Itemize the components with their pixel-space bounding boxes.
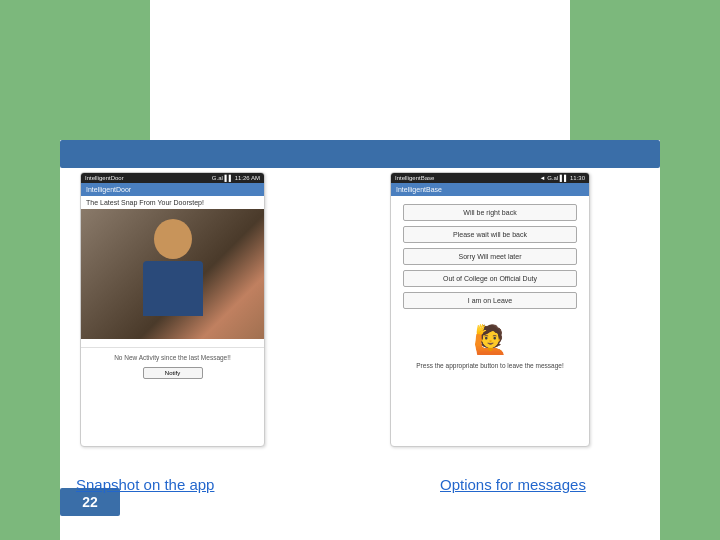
top-left-green (60, 0, 150, 140)
right-app-bar: IntelligentBase (391, 183, 589, 196)
left-app-bar: IntelligentDoor (81, 183, 264, 196)
person-body (143, 261, 203, 316)
press-text: Press the appropriate button to leave th… (391, 360, 589, 371)
snapshot-label: Snapshot on the app (76, 476, 214, 493)
top-right-green (570, 0, 660, 140)
msg-btn-3[interactable]: Sorry Will meet later (403, 248, 577, 265)
message-buttons-container: Will be right back Please wait will be b… (391, 196, 589, 317)
right-app-title: IntelligentBase (396, 186, 442, 193)
person-head (154, 219, 192, 259)
emoji-figure: 🙋 (473, 323, 508, 356)
msg-btn-4[interactable]: Out of College on Official Duty (403, 270, 577, 287)
emoji-area: 🙋 (391, 319, 589, 360)
left-photo-area (81, 209, 264, 339)
msg-btn-5[interactable]: I am on Leave (403, 292, 577, 309)
left-app-name-status: IntelligentDoor (85, 175, 124, 181)
top-white-center (150, 0, 570, 140)
header-bar (60, 140, 660, 168)
right-phone-screenshot: IntelligentBase ◄ G.al ▌▌ 11:30 Intellig… (390, 172, 590, 447)
no-activity-text: No New Activity since the last Message!! (81, 347, 264, 364)
person-silhouette (133, 214, 213, 334)
msg-btn-2[interactable]: Please wait will be back (403, 226, 577, 243)
left-phone-screenshot: IntelligentDoor G.al ▌▌ 11:26 AM Intelli… (80, 172, 265, 447)
right-app-name-status: IntelligentBase (395, 175, 434, 181)
msg-btn-1[interactable]: Will be right back (403, 204, 577, 221)
left-signal-time: G.al ▌▌ 11:26 AM (212, 175, 260, 181)
right-status-bar: IntelligentBase ◄ G.al ▌▌ 11:30 (391, 173, 589, 183)
left-status-bar: IntelligentDoor G.al ▌▌ 11:26 AM (81, 173, 264, 183)
left-notification: The Latest Snap From Your Doorstep! (81, 196, 264, 209)
left-app-title: IntelligentDoor (86, 186, 131, 193)
options-label: Options for messages (440, 476, 586, 493)
left-green-panel (0, 0, 60, 540)
right-signal-time: ◄ G.al ▌▌ 11:30 (540, 175, 585, 181)
notify-button[interactable]: Notify (143, 367, 203, 379)
right-green-panel (660, 0, 720, 540)
